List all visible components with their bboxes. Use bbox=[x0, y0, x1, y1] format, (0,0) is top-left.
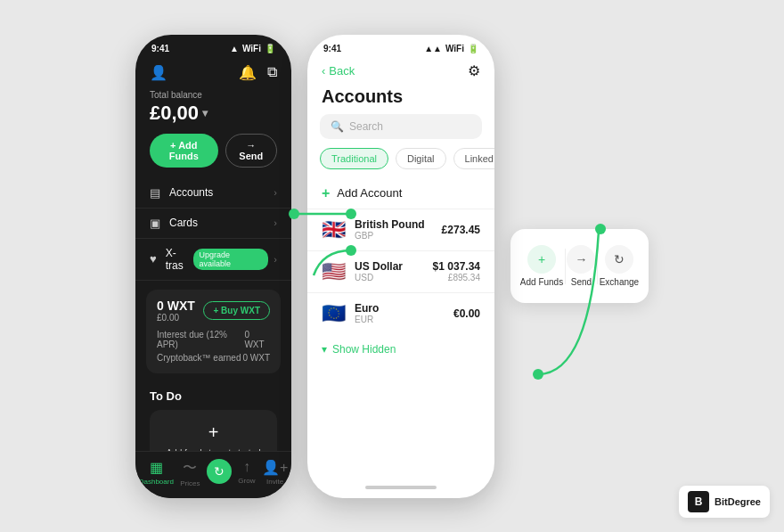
status-icons-light: ▲▲ WiFi 🔋 bbox=[424, 44, 478, 53]
accounts-chevron: › bbox=[274, 187, 277, 198]
bd-icon: B bbox=[688, 491, 709, 512]
interest-row: Interest due (12% APR) 0 WXT bbox=[157, 328, 270, 351]
nav-exchange[interactable]: ↻ bbox=[207, 459, 232, 487]
filter-row: Traditional Digital Linked bbox=[307, 148, 494, 178]
flag-gbp: 🇬🇧 bbox=[322, 218, 346, 241]
settings-icon[interactable]: ⚙ bbox=[468, 62, 480, 79]
exchange-panel-icon: ↻ bbox=[605, 245, 633, 274]
add-funds-icon: + bbox=[527, 245, 556, 274]
back-chevron-icon: ‹ bbox=[322, 64, 325, 78]
cards-chevron: › bbox=[274, 217, 277, 228]
action-exchange[interactable]: ↻ Exchange bbox=[600, 245, 639, 287]
filter-traditional[interactable]: Traditional bbox=[320, 148, 388, 169]
accounts-icon: ▤ bbox=[150, 186, 160, 200]
cards-icon: ▣ bbox=[150, 217, 160, 230]
bitdegree-logo: B BitDegree bbox=[679, 486, 770, 518]
show-hidden-icon: ▾ bbox=[322, 343, 327, 356]
todo-plus-icon: + bbox=[208, 422, 219, 443]
action-panel: + Add Funds → Send ↻ Exchange bbox=[510, 229, 649, 303]
buy-wxt-button[interactable]: + Buy WXT bbox=[203, 301, 270, 320]
svg-point-3 bbox=[533, 369, 543, 380]
action-send[interactable]: → Send bbox=[567, 245, 595, 287]
action-add-funds[interactable]: + Add Funds bbox=[520, 245, 563, 287]
prices-icon: 〜 bbox=[183, 459, 197, 478]
back-button[interactable]: ‹ Back bbox=[322, 64, 355, 78]
balance-label: Total balance bbox=[150, 90, 277, 100]
acc-info-eur: Euro EUR bbox=[355, 302, 453, 324]
nav-grow[interactable]: ↑ Grow bbox=[238, 459, 255, 487]
xtras-icon: ♥ bbox=[150, 252, 157, 266]
menu-item-xtras[interactable]: ♥ X-tras Upgrade available › bbox=[135, 239, 291, 281]
header-dark: 👤 🔔 ⧉ bbox=[135, 57, 291, 85]
dashboard-icon: ▦ bbox=[150, 459, 163, 476]
acc-amount-eur: €0.00 bbox=[453, 307, 480, 320]
account-eur[interactable]: 🇪🇺 Euro EUR €0.00 bbox=[307, 292, 494, 334]
balance-chevron[interactable]: ▾ bbox=[202, 107, 208, 119]
acc-amount-gbp: £273.45 bbox=[442, 224, 480, 236]
divider-1 bbox=[565, 249, 566, 284]
search-placeholder: Search bbox=[349, 120, 383, 133]
invite-icon: 👤+ bbox=[262, 459, 288, 476]
acc-info-usd: US Dollar USD bbox=[355, 260, 433, 282]
filter-linked[interactable]: Linked bbox=[453, 148, 494, 169]
time-dark: 9:41 bbox=[151, 44, 169, 53]
grow-icon: ↑ bbox=[243, 459, 250, 475]
todo-title: To Do bbox=[150, 389, 277, 403]
page-title: Accounts bbox=[307, 83, 494, 114]
add-funds-button[interactable]: + Add Funds bbox=[150, 134, 218, 168]
phone-dark: 9:41 ▲ WiFi 🔋 👤 🔔 ⧉ Total balance £0,00 … bbox=[135, 35, 291, 498]
menu-item-cards[interactable]: ▣ Cards › bbox=[135, 209, 291, 239]
search-icon: 🔍 bbox=[331, 120, 344, 133]
status-bar-light: 9:41 ▲▲ WiFi 🔋 bbox=[307, 35, 494, 57]
bottom-nav-dark: ▦ Dashboard 〜 Prices ↻ ↑ Grow 👤+ Invite bbox=[135, 451, 291, 498]
nav-invite[interactable]: 👤+ Invite bbox=[262, 459, 288, 487]
bottom-bar-light bbox=[365, 486, 437, 489]
phone-light: 9:41 ▲▲ WiFi 🔋 ‹ Back ⚙ Accounts 🔍 Searc… bbox=[307, 35, 494, 498]
nav-prices[interactable]: 〜 Prices bbox=[180, 459, 200, 487]
acc-amount-usd: $1 037.34 £895.34 bbox=[433, 260, 480, 282]
add-account-button[interactable]: + Add Account bbox=[307, 178, 494, 209]
profile-icon[interactable]: 👤 bbox=[150, 64, 167, 81]
show-hidden-button[interactable]: ▾ Show Hidden bbox=[307, 334, 494, 364]
menu-item-accounts[interactable]: ▤ Accounts › bbox=[135, 178, 291, 209]
acc-info-gbp: British Pound GBP bbox=[355, 218, 442, 241]
status-icons-dark: ▲ WiFi 🔋 bbox=[230, 44, 275, 53]
account-usd[interactable]: 🇺🇸 US Dollar USD $1 037.34 £895.34 bbox=[307, 250, 494, 292]
exchange-circle-icon: ↻ bbox=[207, 459, 232, 484]
status-bar-dark: 9:41 ▲ WiFi 🔋 bbox=[135, 35, 291, 57]
wxt-amount: 0 WXT bbox=[157, 299, 195, 313]
flag-eur: 🇪🇺 bbox=[322, 302, 346, 325]
send-button[interactable]: → Send bbox=[225, 134, 277, 168]
balance-section: Total balance £0,00 ▾ bbox=[135, 85, 291, 134]
flag-usd: 🇺🇸 bbox=[322, 260, 346, 283]
send-panel-icon: → bbox=[567, 245, 595, 274]
action-panel-row: + Add Funds → Send ↻ Exchange bbox=[519, 241, 640, 291]
filter-digital[interactable]: Digital bbox=[396, 148, 446, 169]
xtras-chevron: › bbox=[274, 254, 277, 265]
upgrade-badge: Upgrade available bbox=[193, 249, 268, 270]
time-light: 9:41 bbox=[323, 44, 341, 53]
header-light: ‹ Back ⚙ bbox=[307, 57, 494, 83]
copy-icon[interactable]: ⧉ bbox=[267, 64, 277, 81]
balance-amount: £0,00 ▾ bbox=[150, 102, 277, 125]
wxt-card: 0 WXT £0.00 + Buy WXT Interest due (12% … bbox=[146, 290, 281, 373]
cryptoback-row: Cryptoback™ earned 0 WXT bbox=[157, 351, 270, 364]
account-gbp[interactable]: 🇬🇧 British Pound GBP £273.45 bbox=[307, 209, 494, 250]
add-account-icon: + bbox=[322, 185, 330, 201]
search-bar[interactable]: 🔍 Search bbox=[320, 114, 482, 139]
action-row-dark: + Add Funds → Send bbox=[135, 134, 291, 178]
bell-icon[interactable]: 🔔 bbox=[239, 64, 257, 81]
wxt-sub: £0.00 bbox=[157, 313, 195, 323]
nav-dashboard[interactable]: ▦ Dashboard bbox=[139, 459, 174, 487]
divider-2 bbox=[597, 249, 598, 284]
bd-text: BitDegree bbox=[715, 496, 761, 507]
